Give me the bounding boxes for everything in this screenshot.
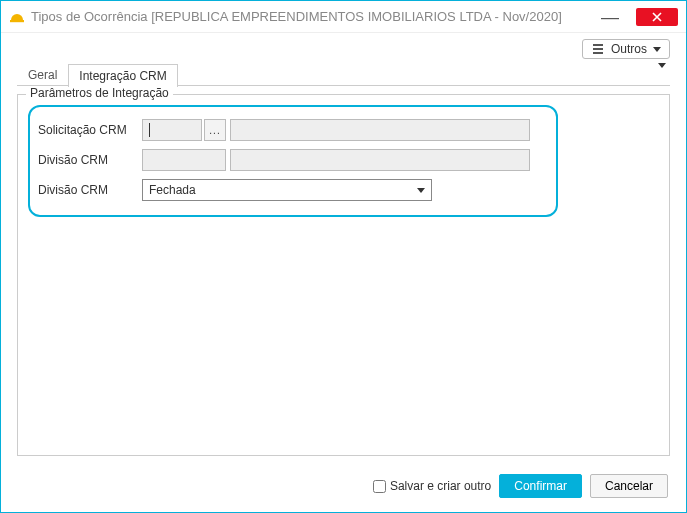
- list-icon: [591, 43, 605, 55]
- window-controls: —: [592, 7, 682, 27]
- groupbox-legend: Parâmetros de Integração: [26, 86, 173, 100]
- minimize-button[interactable]: —: [592, 7, 628, 27]
- tab-overflow-button[interactable]: [654, 68, 670, 84]
- lookup-button[interactable]: ...: [204, 119, 226, 141]
- cancel-button[interactable]: Cancelar: [590, 474, 668, 498]
- window-title: Tipos de Ocorrência [REPUBLICA EMPREENDI…: [31, 9, 592, 24]
- row-divisao-crm-select: Divisão CRM Fechada: [38, 179, 544, 201]
- checkbox-input[interactable]: [373, 480, 386, 493]
- solicitacao-crm-code-input[interactable]: [142, 119, 202, 141]
- label-divisao-crm-2: Divisão CRM: [38, 183, 142, 197]
- save-and-create-another-checkbox[interactable]: Salvar e criar outro: [373, 479, 491, 493]
- highlight-region: Solicitação CRM ... Divisão CRM Divisão: [28, 105, 558, 217]
- row-divisao-crm-lookup: Divisão CRM: [38, 149, 544, 171]
- groupbox-parametros: Parâmetros de Integração Solicitação CRM…: [17, 94, 670, 456]
- divisao-crm-desc-input[interactable]: [230, 149, 530, 171]
- divisao-crm-code-input[interactable]: [142, 149, 226, 171]
- tab-geral[interactable]: Geral: [17, 63, 68, 86]
- ellipsis-icon: ...: [209, 125, 220, 136]
- outros-label: Outros: [611, 42, 647, 56]
- footer: Salvar e criar outro Confirmar Cancelar: [1, 464, 686, 512]
- select-value: Fechada: [149, 183, 196, 197]
- chevron-down-icon: [417, 188, 425, 193]
- svg-rect-0: [10, 20, 24, 22]
- toolbar: Outros: [1, 33, 686, 63]
- tab-integracao-crm[interactable]: Integração CRM: [68, 64, 177, 87]
- content-area: Parâmetros de Integração Solicitação CRM…: [1, 86, 686, 464]
- chevron-down-icon: [658, 63, 666, 82]
- solicitacao-crm-desc-input[interactable]: [230, 119, 530, 141]
- hardhat-icon: [9, 9, 25, 25]
- outros-button[interactable]: Outros: [582, 39, 670, 59]
- label-solicitacao-crm: Solicitação CRM: [38, 123, 142, 137]
- tab-bar: Geral Integração CRM: [1, 63, 686, 86]
- titlebar: Tipos de Ocorrência [REPUBLICA EMPREENDI…: [1, 1, 686, 33]
- checkbox-label: Salvar e criar outro: [390, 479, 491, 493]
- text-cursor: [149, 123, 150, 137]
- label-divisao-crm-1: Divisão CRM: [38, 153, 142, 167]
- chevron-down-icon: [653, 47, 661, 52]
- divisao-crm-select[interactable]: Fechada: [142, 179, 432, 201]
- row-solicitacao-crm: Solicitação CRM ...: [38, 119, 544, 141]
- close-button[interactable]: [636, 8, 678, 26]
- confirm-button[interactable]: Confirmar: [499, 474, 582, 498]
- window-frame: Tipos de Ocorrência [REPUBLICA EMPREENDI…: [0, 0, 687, 513]
